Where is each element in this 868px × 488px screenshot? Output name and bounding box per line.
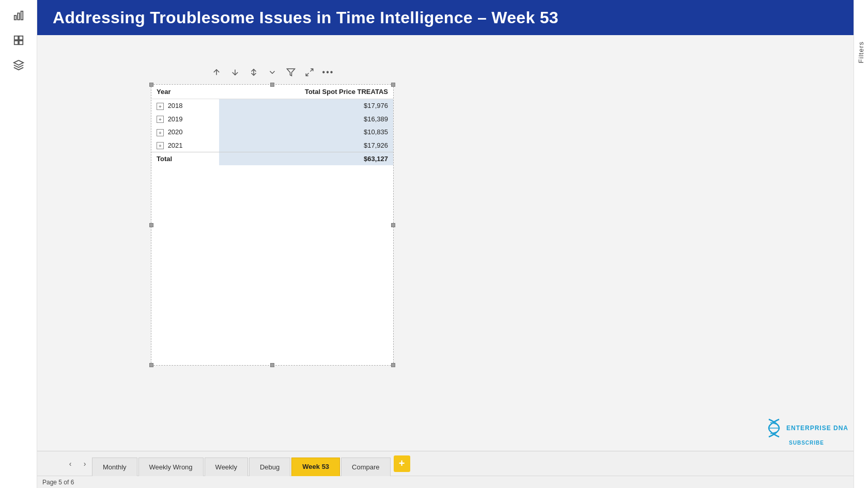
matrix-table: Year Total Spot Price TREATAS + 2018 $17…	[151, 85, 393, 165]
svg-marker-10	[287, 69, 295, 76]
edna-logo: ENTERPRISE DNA SUBSCRIBE	[765, 417, 848, 446]
resize-handle-mb[interactable]	[270, 363, 274, 367]
more-options-icon[interactable]: •••	[322, 66, 334, 78]
table-row: + 2018 $17,976	[151, 99, 393, 113]
total-price: $63,127	[219, 152, 393, 166]
matrix-visual: Year Total Spot Price TREATAS + 2018 $17…	[151, 84, 394, 366]
status-bar: Page 5 of 6	[37, 476, 854, 488]
sort-both-icon[interactable]	[247, 66, 260, 78]
tab-debug[interactable]: Debug	[249, 458, 290, 476]
expand-row-icon[interactable]: +	[157, 116, 164, 123]
expand-icon[interactable]	[303, 66, 316, 78]
col-year-header[interactable]: Year	[151, 85, 219, 99]
bar-chart-icon[interactable]	[7, 4, 30, 27]
table-row: + 2021 $17,926	[151, 139, 393, 152]
drill-down-icon[interactable]	[266, 66, 278, 78]
dna-icon	[765, 417, 783, 439]
grid-icon[interactable]	[7, 29, 30, 52]
tab-prev-button[interactable]: ‹	[63, 456, 78, 471]
expand-row-icon[interactable]: +	[157, 142, 164, 149]
tab-compare[interactable]: Compare	[341, 458, 390, 476]
page-indicator: Page 5 of 6	[42, 479, 74, 486]
table-row: + 2019 $16,389	[151, 113, 393, 126]
main-content: Addressing Troublesome Issues in Time In…	[37, 0, 854, 488]
layers-icon[interactable]	[7, 54, 30, 76]
expand-row-icon[interactable]: +	[157, 129, 164, 136]
page-title: Addressing Troublesome Issues in Time In…	[53, 8, 559, 27]
svg-rect-5	[14, 41, 18, 44]
row-price-2018: $17,976	[219, 99, 393, 113]
tab-weekly-wrong[interactable]: Weekly Wrong	[138, 458, 204, 476]
svg-rect-3	[14, 36, 18, 40]
svg-rect-0	[14, 15, 16, 20]
row-year-2019: + 2019	[151, 113, 219, 126]
tab-monthly[interactable]: Monthly	[92, 458, 137, 476]
row-price-2020: $10,835	[219, 125, 393, 139]
table-total-row: Total $63,127	[151, 152, 393, 166]
col-price-header[interactable]: Total Spot Price TREATAS	[219, 85, 393, 99]
resize-handle-bl[interactable]	[149, 363, 153, 367]
svg-line-12	[306, 73, 308, 76]
row-year-2018: + 2018	[151, 99, 219, 113]
resize-handle-mr[interactable]	[391, 223, 395, 227]
tab-next-button[interactable]: ›	[78, 456, 92, 471]
filters-panel: Filters	[854, 0, 868, 488]
sort-asc-icon[interactable]	[210, 66, 223, 78]
add-tab-button[interactable]: +	[394, 455, 410, 472]
resize-handle-br[interactable]	[391, 363, 395, 367]
header-banner: Addressing Troublesome Issues in Time In…	[37, 0, 854, 35]
resize-handle-tr[interactable]	[391, 83, 395, 87]
table-row: + 2020 $10,835	[151, 125, 393, 139]
sort-desc-icon[interactable]	[229, 66, 241, 78]
row-price-2019: $16,389	[219, 113, 393, 126]
row-year-2021: + 2021	[151, 139, 219, 152]
row-price-2021: $17,926	[219, 139, 393, 152]
svg-rect-2	[21, 11, 23, 20]
svg-rect-6	[19, 41, 22, 44]
edna-name: ENTERPRISE DNA	[786, 424, 848, 432]
filters-label[interactable]: Filters	[857, 41, 865, 63]
edna-subscribe[interactable]: SUBSCRIBE	[789, 440, 824, 446]
tab-weekly[interactable]: Weekly	[205, 458, 248, 476]
left-sidebar	[0, 0, 37, 488]
svg-line-11	[311, 69, 313, 71]
total-label: Total	[151, 152, 219, 166]
expand-row-icon[interactable]: +	[157, 103, 164, 110]
tab-week53[interactable]: Week 53	[291, 458, 340, 476]
resize-handle-tl[interactable]	[149, 83, 153, 87]
svg-rect-1	[18, 13, 20, 20]
row-year-2020: + 2020	[151, 125, 219, 139]
resize-handle-ml[interactable]	[149, 223, 153, 227]
tab-bar: ‹ › Monthly Weekly Wrong Weekly Debug We…	[37, 451, 854, 476]
svg-rect-4	[19, 36, 22, 40]
canvas-area: ••• Year Total Spot Price TREATAS	[37, 35, 854, 451]
filter-icon[interactable]	[285, 66, 297, 78]
visual-toolbar: •••	[151, 66, 394, 78]
resize-handle-mt[interactable]	[270, 83, 274, 87]
